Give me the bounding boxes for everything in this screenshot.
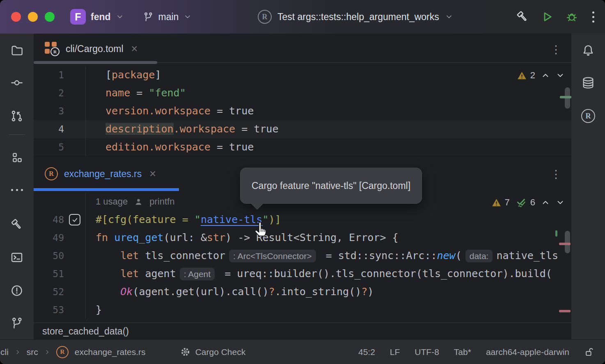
inspection-widget[interactable]: 7 6 [491,197,565,208]
usage-hint[interactable]: 1 usage [96,193,128,211]
line-number: 1 [34,66,64,84]
breadcrumb-src[interactable]: src [27,347,38,357]
close-window-button[interactable] [11,12,21,22]
code-line[interactable]: 2name = "fend" [34,84,571,102]
unlocked-icon[interactable] [584,347,594,357]
breadcrumb-module[interactable]: cli [0,347,9,357]
code-line[interactable]: 3version.workspace = true [34,102,571,120]
git-tool-button[interactable] [0,314,34,332]
editor-options-icon[interactable]: ⋮ [550,43,561,55]
title-bar: F fend main R Test args::tests::help_arg… [0,0,605,34]
vcs-branch-widget[interactable]: main [143,11,192,23]
pull-request-icon [10,109,23,123]
code-token: ? [268,286,275,298]
tab-exchange-rates[interactable]: R exchange_rates.rs × [34,157,163,191]
indent-style[interactable]: Tab* [454,347,471,357]
more-tools-button[interactable] [0,181,34,199]
code-token [96,268,120,280]
commit-tool-button[interactable] [0,74,34,92]
caret-position[interactable]: 45:2 [358,347,375,357]
code-token: = [211,141,229,153]
file-encoding[interactable]: UTF-8 [415,347,439,357]
inspection-widget[interactable]: 2 [517,70,565,81]
terminal-tool-button[interactable] [0,248,34,266]
author-hint[interactable]: printfn [149,193,174,211]
code-token: = [130,87,149,99]
code-line[interactable]: 53} [34,301,571,319]
code-token: [ [105,69,112,81]
code-token: } [96,304,102,316]
code-token: str [207,232,225,243]
active-tab-indicator [34,188,179,191]
editor-exchange-rates[interactable]: 1 usage printfn48 #[cfg(feature = "nativ… [34,191,571,323]
code-line[interactable]: 50 let tls_connector: Arc<TlsConnector> … [34,247,571,265]
code-token: : Agent [180,268,215,280]
run-button[interactable] [541,10,554,23]
project-tool-button[interactable] [0,41,34,59]
notifications-button[interactable] [571,41,605,59]
git-branch-icon [10,316,23,330]
line-separator[interactable]: LF [390,347,400,357]
change-marker [560,96,571,98]
debug-button[interactable] [565,10,578,23]
build-button[interactable] [516,10,529,23]
build-target[interactable]: aarch64-apple-darwin [486,347,569,357]
tab-cargo-toml[interactable]: R cli/Cargo.toml × [34,34,145,64]
close-tab-icon[interactable]: × [131,43,138,55]
warning-count: 2 [530,70,535,81]
database-button[interactable] [571,74,605,92]
next-issue-icon[interactable] [556,198,565,207]
line-number: 48 [34,211,64,229]
branch-name: main [158,11,179,23]
problems-icon [10,284,23,297]
code-token: version.workspace [105,105,211,117]
horizontal-scrollbar[interactable] [34,61,157,64]
code-token: package [112,69,155,81]
code-line[interactable]: 51 let agent: Agent = ureq::builder().tl… [34,265,571,283]
code-line[interactable]: 4description.workspace = true [34,120,571,138]
code-token: )] [268,214,281,225]
minimize-window-button[interactable] [28,12,38,22]
chevron-down-icon [183,13,192,21]
code-line[interactable]: 52 Ok(agent.get(url).call()?.into_string… [34,283,571,301]
project-widget[interactable]: F fend [70,9,124,25]
sticky-context-line[interactable]: store_cached_data() [34,323,571,340]
code-line[interactable]: 1[package] [34,66,571,84]
chevron-right-icon [44,349,50,355]
analysis-status-widget[interactable]: Cargo Check [180,347,246,357]
weak-warning-check-icon [516,197,527,208]
right-tool-rail: R [571,34,605,339]
bell-icon [582,44,595,57]
code-token: ureq_get [114,232,163,243]
structure-tool-button[interactable] [0,149,34,167]
previous-issue-icon[interactable] [541,71,550,80]
build-tool-button[interactable] [0,216,34,234]
editor-options-icon[interactable]: ⋮ [550,168,561,180]
titlebar-actions [516,10,597,23]
rust-icon: R [581,109,595,123]
more-actions-button[interactable] [590,11,597,23]
change-marker [555,230,557,237]
vertical-scrollbar[interactable] [565,231,570,253]
breadcrumb-file[interactable]: exchange_rates.rs [75,347,146,357]
zoom-window-button[interactable] [45,12,55,22]
line-number: 51 [34,265,64,283]
code-line[interactable]: 48 #[cfg(feature = "native-tls")] [34,211,571,229]
next-issue-icon[interactable] [556,71,565,80]
run-marker-checkbox-icon[interactable] [69,214,80,225]
code-line[interactable]: 49fn ureq_get(url: &str) -> Result<Strin… [34,229,571,247]
code-token: name [105,87,130,99]
chevron-down-icon [445,13,453,21]
cargo-tool-button[interactable]: R [571,107,605,125]
code-token: "fend" [149,87,186,99]
editor-cargo-toml[interactable]: 1[package]2name = "fend"3version.workspa… [34,64,571,156]
code-line[interactable]: 5edition.workspace = true [34,138,571,156]
problems-tool-button[interactable] [0,282,34,300]
project-name: fend [91,11,111,23]
run-configuration-selector[interactable]: R Test args::tests::help_argument_works [258,10,453,24]
code-token: new [437,250,456,262]
previous-issue-icon[interactable] [541,198,550,207]
pull-requests-tool-button[interactable] [0,107,34,125]
close-tab-icon[interactable]: × [149,168,156,180]
line-number: 2 [34,84,64,102]
